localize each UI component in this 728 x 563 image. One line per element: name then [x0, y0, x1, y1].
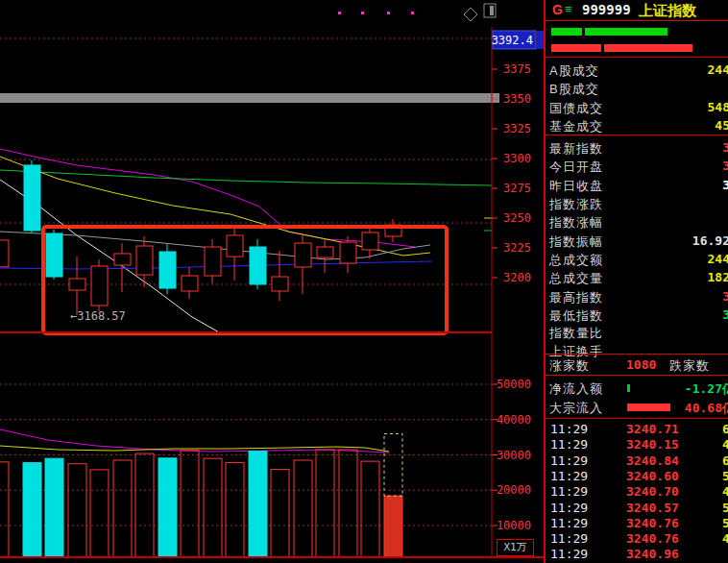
tick-time: 11:29: [550, 437, 588, 452]
diamond-tool-icon[interactable]: [464, 8, 477, 21]
info-row[interactable]: 国债成交548: [546, 98, 728, 116]
drawing-marker-dot[interactable]: [361, 12, 364, 14]
volume-forecast-box: [384, 433, 402, 496]
info-value: 3: [722, 307, 728, 322]
flow-label: 大宗流入: [549, 400, 603, 417]
separator: [546, 57, 728, 58]
tick-volume: 5: [722, 501, 728, 515]
separator: [546, 135, 728, 135]
info-row[interactable]: A股成交244: [546, 61, 728, 79]
tick-price: 3240.76: [626, 516, 679, 530]
tick-time: 11:29: [550, 484, 588, 499]
tick-price: 3240.15: [626, 437, 679, 452]
tick-time: 11:29: [550, 422, 588, 436]
info-label: 总成交量: [549, 270, 603, 287]
info-row[interactable]: 指数振幅16.92: [546, 232, 728, 250]
sell-strength-bar: [551, 44, 601, 52]
info-label: 国债成交: [549, 100, 603, 117]
svg-text:3250: 3250: [503, 211, 531, 225]
drawing-marker-dot[interactable]: [387, 12, 390, 14]
info-value: 244: [708, 252, 728, 266]
svg-text:3300: 3300: [503, 152, 531, 165]
tick-volume: 4: [722, 437, 728, 452]
info-label: 今日开盘: [549, 159, 603, 176]
ma-line-magenta: [0, 149, 415, 247]
info-label: 指数涨幅: [549, 214, 603, 232]
info-label: B股成交: [549, 81, 599, 98]
info-row[interactable]: 总成交量182: [546, 268, 728, 286]
flow-value: 40.68亿: [685, 400, 728, 417]
info-row[interactable]: 基金成交45: [546, 116, 728, 135]
stock-name[interactable]: 上证指数: [639, 2, 696, 20]
info-label: 总成交额: [549, 252, 603, 269]
stock-code[interactable]: 999999: [582, 2, 631, 17]
info-row[interactable]: 指数涨幅: [546, 212, 728, 231]
tick-price: 3240.57: [626, 501, 679, 515]
info-label: 最高指数: [549, 289, 603, 306]
info-label: 指数振幅: [549, 233, 603, 251]
info-label: 最新指数: [549, 140, 603, 158]
flow-row: 大宗流入40.68亿: [546, 398, 728, 416]
flow-row: 净流入额-1.27亿: [546, 379, 728, 397]
tick-volume: 6: [722, 453, 728, 468]
tick-row[interactable]: 11:293240.575: [546, 501, 728, 516]
info-row[interactable]: 指数涨跌: [546, 194, 728, 212]
info-label: 昨日收盘: [549, 178, 603, 195]
svg-text:30000: 30000: [497, 449, 531, 462]
tick-row[interactable]: 11:293240.605: [546, 469, 728, 484]
flow-bar: [627, 384, 630, 392]
sell-strength-bar: [604, 44, 692, 52]
drawing-marker-dot[interactable]: [411, 12, 414, 14]
quote-header[interactable]: G ≡ 999999 上证指数: [546, 2, 728, 20]
svg-text:20000: 20000: [497, 483, 531, 497]
tick-row[interactable]: 11:293240.154: [546, 437, 728, 453]
advancers-decliners-row: 涨家数 1080 跌家数: [546, 355, 728, 374]
tick-volume: 5: [722, 516, 728, 530]
gray-band-annotation: [0, 93, 499, 103]
info-value: 3: [722, 178, 728, 192]
quote-panel: G ≡ 999999 上证指数 A股成交244B股成交国债成交548基金成交45…: [546, 0, 728, 563]
tick-price: 3240.84: [626, 453, 679, 468]
info-value: 182: [708, 270, 728, 284]
tick-volume: 5: [722, 469, 728, 483]
svg-text:3275: 3275: [503, 182, 531, 195]
svg-text:50000: 50000: [497, 378, 531, 391]
tick-volume: 6: [722, 422, 728, 436]
svg-text:3392.4: 3392.4: [492, 34, 533, 47]
tick-row[interactable]: 11:293240.764: [546, 531, 728, 547]
tick-price: 3240.60: [626, 469, 679, 483]
info-row[interactable]: 最新指数3: [546, 138, 728, 157]
tick-row[interactable]: 11:293240.846: [546, 453, 728, 469]
info-row[interactable]: 最低指数3: [546, 306, 728, 324]
separator: [546, 375, 728, 376]
menu-icon[interactable]: ≡: [565, 2, 572, 16]
info-row[interactable]: 总成交额244: [546, 250, 728, 268]
info-row[interactable]: B股成交: [546, 79, 728, 97]
g-flag: G: [552, 2, 563, 17]
info-value: 3: [722, 159, 728, 173]
info-row[interactable]: 今日开盘3: [546, 157, 728, 175]
tick-row[interactable]: 11:293240.765: [546, 516, 728, 531]
info-value: 548: [708, 100, 728, 114]
tick-price: 3240.76: [626, 531, 679, 546]
tick-row[interactable]: 11:293240.96: [546, 547, 728, 562]
svg-text:3375: 3375: [503, 62, 531, 76]
info-row[interactable]: 指数量比: [546, 323, 728, 341]
tick-volume: 4: [722, 531, 728, 546]
svg-text:3350: 3350: [503, 92, 531, 106]
svg-text:3225: 3225: [503, 241, 531, 255]
flow-value: -1.27亿: [685, 380, 728, 398]
drawing-marker-dot[interactable]: [338, 12, 341, 14]
trading-app-window: 5000040000300002000010000337533503325330…: [0, 0, 728, 563]
info-row[interactable]: 最高指数3: [546, 287, 728, 306]
tick-price: 3240.71: [626, 422, 679, 436]
separator: [546, 354, 728, 355]
tick-row[interactable]: 11:293240.716: [546, 422, 728, 437]
tick-time: 11:29: [550, 469, 588, 483]
tick-volume: 4: [722, 484, 728, 499]
tick-row[interactable]: 11:293240.704: [546, 484, 728, 500]
candlestick-chart[interactable]: 5000040000300002000010000337533503325330…: [0, 0, 546, 563]
tick-time: 11:29: [550, 453, 588, 468]
info-row[interactable]: 昨日收盘3: [546, 176, 728, 194]
flow-bar: [627, 404, 670, 411]
